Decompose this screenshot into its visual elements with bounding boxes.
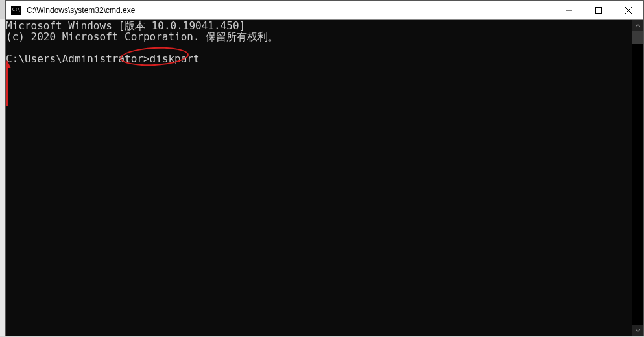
- terminal-line-version: Microsoft Windows [版本 10.0.19041.450]: [6, 20, 632, 31]
- terminal-prompt: C:\Users\Administrator>: [6, 53, 150, 65]
- titlebar: C:\Windows\system32\cmd.exe: [6, 1, 643, 20]
- terminal-command: diskpart: [150, 53, 200, 65]
- chevron-up-icon: [636, 23, 640, 28]
- terminal-content[interactable]: Microsoft Windows [版本 10.0.19041.450](c)…: [6, 20, 632, 336]
- scroll-thumb[interactable]: [632, 31, 643, 44]
- minimize-button[interactable]: [554, 1, 584, 19]
- maximize-button[interactable]: [584, 1, 614, 19]
- chevron-down-icon: [636, 328, 640, 332]
- window-title: C:\Windows\system32\cmd.exe: [25, 6, 554, 15]
- close-icon: [625, 7, 632, 14]
- cmd-icon: [11, 6, 21, 15]
- background-left-edge: [0, 19, 5, 336]
- cmd-window: C:\Windows\system32\cmd.exe Microsoft Wi: [5, 0, 644, 336]
- close-button[interactable]: [614, 1, 643, 19]
- terminal-line-blank: [6, 42, 632, 53]
- terminal-area: Microsoft Windows [版本 10.0.19041.450](c)…: [6, 20, 643, 336]
- vertical-scrollbar[interactable]: [632, 20, 643, 336]
- svg-rect-1: [596, 7, 602, 13]
- terminal-prompt-line: C:\Users\Administrator>diskpart: [6, 53, 632, 64]
- minimize-icon: [566, 7, 572, 14]
- scroll-up-button[interactable]: [632, 20, 643, 31]
- maximize-icon: [595, 7, 602, 14]
- scroll-down-button[interactable]: [632, 325, 643, 336]
- window-controls: [554, 1, 643, 19]
- terminal-line-copyright: (c) 2020 Microsoft Corporation. 保留所有权利。: [6, 31, 632, 42]
